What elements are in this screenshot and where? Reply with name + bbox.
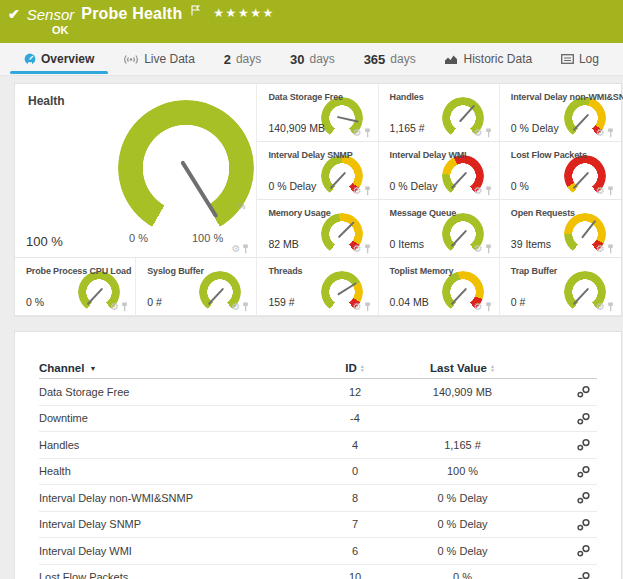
pin-icon[interactable] — [242, 302, 249, 312]
gauge-card-lost-flow-packets[interactable]: Lost Flow Packets 0 % ⚙ — [500, 142, 621, 200]
gear-icon[interactable]: ⚙ — [353, 186, 362, 196]
gear-icon[interactable]: ⚙ — [474, 244, 483, 254]
channel-settings-icon[interactable] — [576, 491, 591, 504]
channel-last-value: 1,165 # — [444, 439, 481, 451]
gear-icon[interactable]: ⚙ — [596, 302, 605, 312]
gauge-card-interval-delay-wmi[interactable]: Interval Delay WMI 0 % Delay ⚙ — [379, 142, 500, 200]
channel-settings-icon[interactable] — [576, 465, 591, 478]
gauge-title: Syslog Buffer — [147, 266, 204, 276]
gear-icon[interactable]: ⚙ — [231, 244, 240, 254]
gauge-title: Interval Delay SNMP — [268, 150, 352, 160]
channel-settings-icon[interactable] — [576, 518, 591, 531]
tab-historic-data[interactable]: Historic Data — [444, 43, 532, 75]
gear-icon[interactable]: ⚙ — [474, 302, 483, 312]
tab-log[interactable]: Log — [561, 43, 599, 75]
gauge-card-interval-delay-non-wmi-snmp[interactable]: Interval Delay non-WMI&SNMP 0 % Delay ⚙ — [500, 84, 621, 142]
channel-settings-icon[interactable] — [576, 544, 591, 557]
pin-icon[interactable] — [485, 128, 492, 138]
gauge-card-memory-usage[interactable]: Memory Usage 82 MB ⚙ — [257, 200, 378, 258]
channel-name: Lost Flow Packets — [39, 571, 128, 579]
tab-365-days[interactable]: 365 days — [364, 43, 416, 75]
pin-icon[interactable] — [607, 244, 614, 254]
gear-icon[interactable]: ⚙ — [110, 302, 119, 312]
tab-label: days — [309, 52, 334, 66]
pin-icon[interactable] — [607, 302, 614, 312]
channel-id: 6 — [352, 545, 358, 557]
gear-icon[interactable]: ⚙ — [596, 186, 605, 196]
gauge-title: Open Requests — [511, 208, 575, 218]
pin-icon[interactable] — [364, 302, 371, 312]
table-row-data-storage-free[interactable]: Data Storage Free 12 140,909 MB — [39, 379, 597, 406]
pin-icon[interactable] — [485, 244, 492, 254]
gear-icon[interactable]: ⚙ — [596, 128, 605, 138]
column-header-channel[interactable]: Channel — [39, 362, 84, 374]
pin-icon[interactable] — [242, 244, 249, 254]
gauge-card-handles[interactable]: Handles 1,165 # ⚙ — [379, 84, 500, 142]
tab-2-days[interactable]: 2 days — [224, 43, 262, 75]
pin-icon[interactable] — [364, 186, 371, 196]
gear-icon[interactable]: ⚙ — [474, 186, 483, 196]
tab-30-days[interactable]: 30 days — [290, 43, 335, 75]
channel-last-value: 0 % Delay — [437, 545, 487, 557]
gauge-card-data-storage-free[interactable]: Data Storage Free 140,909 MB ⚙ — [257, 84, 378, 142]
gauge-value: 39 Items — [511, 238, 551, 250]
channel-settings-icon[interactable] — [576, 571, 591, 579]
table-row-interval-delay-wmi[interactable]: Interval Delay WMI 6 0 % Delay — [39, 538, 597, 565]
gauge-card-open-requests[interactable]: Open Requests 39 Items ⚙ — [500, 200, 621, 258]
channel-last-value: 0 % — [453, 571, 472, 579]
pin-icon[interactable] — [607, 128, 614, 138]
column-header-id[interactable]: ID — [345, 362, 357, 374]
pin-icon[interactable] — [485, 302, 492, 312]
table-row-health[interactable]: Health 0 100 % — [39, 459, 597, 486]
gear-icon[interactable]: ⚙ — [596, 244, 605, 254]
gauge-card-trap-buffer[interactable]: Trap Buffer 0 # ⚙ — [500, 258, 621, 316]
gauge-card-threads[interactable]: Threads 159 # ⚙ — [257, 258, 378, 316]
gear-icon[interactable]: ⚙ — [353, 244, 362, 254]
gauge-value: 0 % — [26, 296, 44, 308]
pin-icon[interactable] — [485, 186, 492, 196]
table-row-handles[interactable]: Handles 4 1,165 # — [39, 432, 597, 459]
pin-icon[interactable] — [607, 186, 614, 196]
table-row-interval-delay-non-wmi-snmp[interactable]: Interval Delay non-WMI&SNMP 8 0 % Delay — [39, 485, 597, 512]
gear-icon[interactable]: ⚙ — [231, 302, 240, 312]
status-badge: OK — [52, 24, 613, 36]
gauge-card-probe-process-cpu-load[interactable]: Probe Process CPU Load 0 % ⚙ — [15, 258, 136, 316]
tab-overview[interactable]: Overview — [24, 43, 94, 75]
priority-stars[interactable]: ★★★★★ — [213, 6, 274, 20]
table-row-lost-flow-packets[interactable]: Lost Flow Packets 10 0 % — [39, 565, 597, 579]
sort-caret-icon[interactable]: ▼ — [89, 365, 96, 372]
gear-icon[interactable]: ⚙ — [353, 302, 362, 312]
gauge-card-interval-delay-snmp[interactable]: Interval Delay SNMP 0 % Delay ⚙ — [257, 142, 378, 200]
tab-label: days — [236, 52, 261, 66]
gauge-card-health[interactable]: Health % 0 % 100 % 100 % ⚙ — [15, 84, 257, 258]
pin-icon[interactable] — [121, 302, 128, 312]
table-body: Data Storage Free 12 140,909 MB Downtime… — [39, 379, 597, 579]
channel-name: Downtime — [39, 412, 88, 424]
channel-settings-icon[interactable] — [576, 412, 591, 425]
column-header-last-value[interactable]: Last Value — [430, 362, 487, 374]
channel-settings-icon[interactable] — [576, 438, 591, 451]
gear-icon[interactable]: ⚙ — [474, 128, 483, 138]
gauge-title: Interval Delay non-WMI&SNMP — [511, 92, 623, 102]
gauge-icon — [24, 53, 36, 65]
pin-icon[interactable] — [364, 128, 371, 138]
gauges-panel: Health % 0 % 100 % 100 % ⚙ Data Storage … — [14, 83, 622, 317]
gauge-title: Threads — [268, 266, 302, 276]
table-row-downtime[interactable]: Downtime -4 — [39, 406, 597, 433]
tab-live-data[interactable]: Live Data — [123, 43, 195, 75]
channel-last-value: 0 % Delay — [437, 492, 487, 504]
gauge-value: 0 # — [511, 296, 526, 308]
gauge-card-syslog-buffer[interactable]: Syslog Buffer 0 # ⚙ — [136, 258, 257, 316]
pin-icon[interactable] — [364, 244, 371, 254]
sort-updown-icon[interactable]: ▲▼ — [360, 364, 365, 372]
gauge-card-toplist-memory[interactable]: Toplist Memory 0.04 MB ⚙ — [379, 258, 500, 316]
table-row-interval-delay-snmp[interactable]: Interval Delay SNMP 7 0 % Delay — [39, 512, 597, 539]
priority-flag-icon[interactable] — [191, 2, 200, 20]
channel-settings-icon[interactable] — [576, 385, 591, 398]
tab-number: 2 — [224, 52, 231, 67]
gear-icon[interactable]: ⚙ — [353, 128, 362, 138]
gauge-card-message-queue[interactable]: Message Queue 0 Items ⚙ — [379, 200, 500, 258]
gauge-unit-label: % — [238, 202, 245, 211]
sort-updown-icon[interactable]: ▲▼ — [490, 364, 495, 372]
gauge-scale-max: 100 % — [192, 232, 223, 244]
